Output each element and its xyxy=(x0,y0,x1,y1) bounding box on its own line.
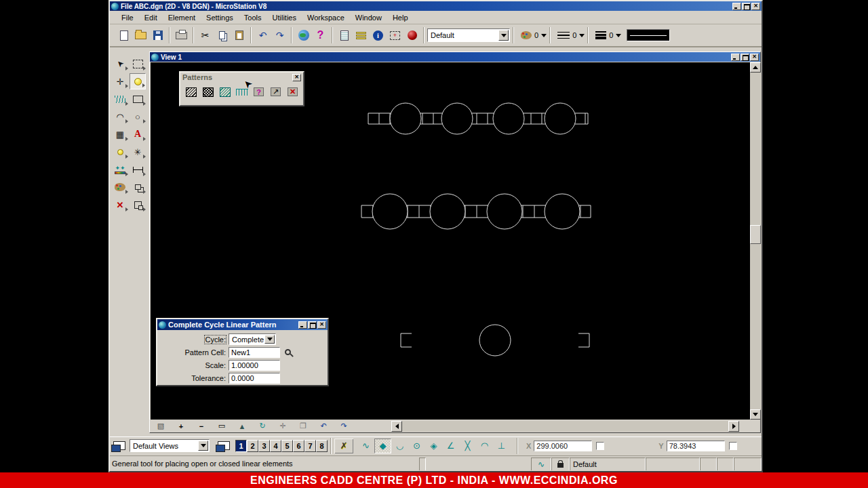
hscroll-left-button[interactable] xyxy=(391,421,402,432)
keypoint-snap-button[interactable]: ◆ xyxy=(374,439,391,453)
menu-window[interactable]: Window xyxy=(351,12,387,23)
vertical-scrollbar[interactable] xyxy=(750,62,761,420)
ellipses-tool[interactable]: ○ xyxy=(130,108,146,125)
view-3-button[interactable]: 3 xyxy=(258,440,270,452)
view-2-button[interactable]: 2 xyxy=(247,440,258,452)
intersection-snap-button[interactable]: ╳ xyxy=(459,439,476,453)
change-attributes-tool[interactable] xyxy=(112,179,128,195)
accudraw-points-tool[interactable]: ✦✦ xyxy=(112,161,128,178)
zoom-out-button[interactable]: − xyxy=(191,420,212,432)
level-combo-arrow[interactable] xyxy=(498,30,509,41)
cycle-select[interactable]: Complete xyxy=(229,333,276,345)
menu-element[interactable]: Element xyxy=(163,12,200,23)
x-lock-checkbox[interactable] xyxy=(596,442,604,450)
bisector-snap-button[interactable]: ∠ xyxy=(442,439,459,453)
multiline-tool[interactable] xyxy=(112,91,128,107)
undo-button[interactable]: ↶ xyxy=(254,27,271,44)
cycle-combo-arrow[interactable] xyxy=(264,335,275,344)
copy-button[interactable] xyxy=(214,27,231,44)
toggle-accusnap-button[interactable]: ✗ xyxy=(334,439,353,453)
info-button[interactable]: i xyxy=(370,27,387,44)
view-6-button[interactable]: 6 xyxy=(293,440,304,452)
pattern-cell-input[interactable] xyxy=(229,347,280,358)
zoom-in-button[interactable]: + xyxy=(171,420,191,432)
accudraw-button[interactable] xyxy=(403,27,420,44)
tolerance-input[interactable] xyxy=(229,373,280,384)
view-toggle-icon[interactable] xyxy=(218,441,230,450)
view-close-button[interactable]: ✕ xyxy=(750,54,759,61)
view-minimize-button[interactable] xyxy=(731,54,740,61)
fit-view-button[interactable]: ▲ xyxy=(232,420,252,432)
snap-mode-cell[interactable]: ∿ xyxy=(531,458,551,470)
hatch-area-tool[interactable] xyxy=(183,84,199,100)
pattern-tool-active[interactable] xyxy=(130,73,146,89)
magnifier-icon[interactable] xyxy=(285,349,291,355)
view-4-button[interactable]: 4 xyxy=(270,440,281,452)
open-file-button[interactable] xyxy=(132,27,149,44)
cells-tool[interactable]: ▦ xyxy=(112,126,128,142)
paste-button[interactable] xyxy=(231,27,248,44)
fence-display-button[interactable]: + xyxy=(387,27,403,44)
dialog-restore-button[interactable] xyxy=(308,321,317,329)
drop-element-tool[interactable] xyxy=(130,197,146,213)
crosshatch-area-tool[interactable] xyxy=(200,84,216,100)
scroll-down-button[interactable] xyxy=(750,409,761,420)
text-tool[interactable]: A xyxy=(130,126,146,142)
arcs-tool[interactable]: ◠ xyxy=(112,108,128,125)
copy-view-button[interactable]: ❐ xyxy=(293,420,313,432)
scroll-up-button[interactable] xyxy=(750,62,761,73)
scale-input[interactable] xyxy=(229,360,280,371)
view-group-arrow[interactable] xyxy=(198,441,208,451)
y-coordinate-field[interactable] xyxy=(667,441,725,451)
redo-view-button[interactable]: ↷ xyxy=(334,420,354,432)
active-level-cell[interactable]: Default xyxy=(570,458,646,470)
redo-button[interactable]: ↷ xyxy=(271,27,288,44)
restore-button[interactable] xyxy=(742,3,751,10)
minimize-button[interactable] xyxy=(732,3,741,10)
element-selection-tool[interactable]: ➤ xyxy=(112,56,128,72)
fence-tool[interactable] xyxy=(130,56,146,72)
view-5-button[interactable]: 5 xyxy=(281,440,293,452)
show-pattern-attributes-tool[interactable]: ? xyxy=(251,84,267,100)
menu-help[interactable]: Help xyxy=(388,12,413,23)
web-browser-button[interactable] xyxy=(295,27,312,44)
hscroll-right-button[interactable] xyxy=(728,421,739,432)
polygons-tool[interactable] xyxy=(130,91,146,107)
delete-element-tool[interactable]: ✕ xyxy=(112,197,128,213)
undo-view-button[interactable]: ↶ xyxy=(313,420,334,432)
view-maximize-button[interactable] xyxy=(741,54,749,61)
view-attributes-button[interactable]: ▧ xyxy=(151,420,171,432)
pan-view-button[interactable]: ✛ xyxy=(273,420,293,432)
horizontal-scrollbar[interactable] xyxy=(402,421,728,432)
view-7-button[interactable]: 7 xyxy=(304,440,316,452)
tags-tool[interactable] xyxy=(112,144,128,160)
dialog-close-button[interactable]: ✕ xyxy=(317,321,326,329)
measure-tool[interactable] xyxy=(130,161,146,178)
menu-workspace[interactable]: Workspace xyxy=(302,12,349,23)
cut-button[interactable]: ✂ xyxy=(197,27,214,44)
view-group-combo[interactable]: Default Views xyxy=(130,439,210,452)
perpendicular-snap-button[interactable]: ⊥ xyxy=(493,439,510,453)
locks-cell[interactable] xyxy=(551,458,570,470)
save-button[interactable] xyxy=(149,27,166,44)
dimensions-tool[interactable]: ✳ xyxy=(130,144,146,160)
view-1-button[interactable]: 1 xyxy=(235,440,247,452)
tangent-snap-button[interactable]: ◠ xyxy=(476,439,493,453)
view-titlebar[interactable]: View 1 ✕ xyxy=(150,52,760,62)
menu-edit[interactable]: Edit xyxy=(140,12,162,23)
references-button[interactable] xyxy=(353,27,370,44)
menu-tools[interactable]: Tools xyxy=(239,12,267,23)
nearest-snap-button[interactable]: ∿ xyxy=(357,439,374,453)
dialog-titlebar[interactable]: Complete Cycle Linear Pattern ✕ xyxy=(157,319,328,330)
line-style-picker[interactable]: 0 xyxy=(557,31,585,39)
menu-settings[interactable]: Settings xyxy=(201,12,238,23)
close-button[interactable]: ✕ xyxy=(751,3,760,10)
midpoint-snap-button[interactable]: ◡ xyxy=(391,439,408,453)
chevron-down-icon[interactable] xyxy=(579,34,585,37)
view-8-button[interactable]: 8 xyxy=(316,440,328,452)
dialog-minimize-button[interactable] xyxy=(298,321,307,329)
match-pattern-attributes-tool[interactable]: ↗ xyxy=(268,84,283,100)
patterns-close-button[interactable]: ✕ xyxy=(292,74,301,81)
pattern-area-tool[interactable] xyxy=(217,84,233,100)
points-tool[interactable]: ✛ xyxy=(112,73,128,89)
